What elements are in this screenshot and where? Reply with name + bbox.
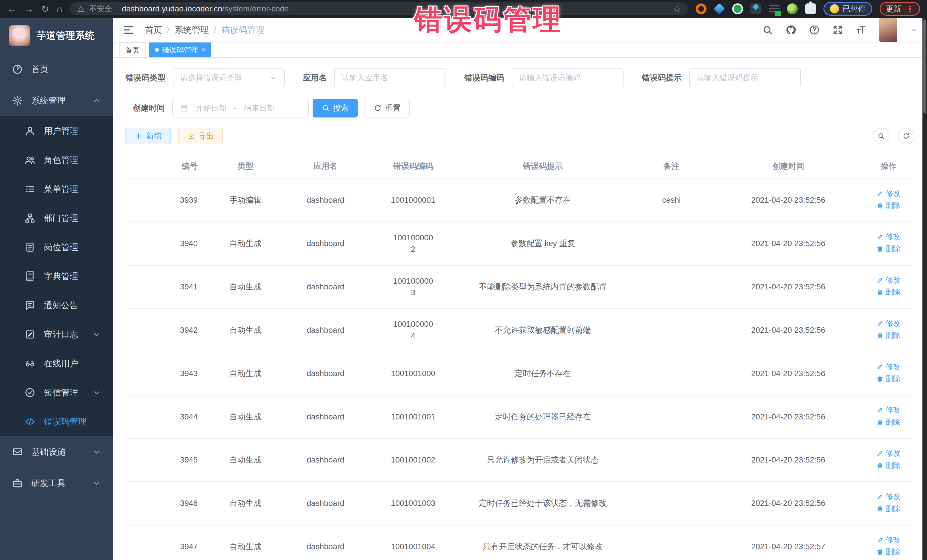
cell-code: 1001001000	[369, 352, 457, 395]
delete-link[interactable]: 删除	[877, 417, 900, 428]
sidebar-item-sms[interactable]: 短信管理	[0, 378, 113, 407]
sidebar-item-notices[interactable]: 通知公告	[0, 291, 113, 320]
url-divider	[117, 5, 117, 13]
browser-menu-icon[interactable]: ⋮	[906, 4, 914, 14]
edit-link[interactable]: 修改	[877, 275, 900, 286]
forward-icon[interactable]: →	[24, 4, 33, 14]
error-code-table: 编号类型应用名错误码编码错误码提示备注创建时间操作 3939手动编辑dashbo…	[126, 154, 915, 560]
puzzle-extension-icon[interactable]	[805, 3, 816, 14]
delete-link[interactable]: 删除	[877, 546, 900, 557]
list-on-extension-icon[interactable]	[769, 3, 780, 14]
edit-link[interactable]: 修改	[877, 405, 900, 416]
tab-错误码管理[interactable]: 错误码管理×	[149, 42, 211, 57]
sidebar-item-menus[interactable]: 菜单管理	[0, 175, 113, 203]
cell-hint: 不能删除类型为系统内置的参数配置	[457, 265, 629, 308]
delete-link[interactable]: 删除	[877, 504, 900, 514]
error-type-label: 错误码类型	[126, 73, 166, 83]
cell-actions: 修改删除	[862, 439, 915, 482]
reset-button[interactable]: 重置	[365, 99, 410, 117]
tab-首页[interactable]: 首页	[119, 42, 146, 57]
bookmark-star-icon[interactable]: ☆	[673, 3, 681, 14]
sidebar-item-users[interactable]: 用户管理	[0, 116, 113, 146]
edit-link[interactable]: 修改	[877, 448, 900, 459]
back-icon[interactable]: ←	[7, 4, 17, 14]
edit-link[interactable]: 修改	[877, 361, 900, 372]
sidebar-item-devtools[interactable]: 研发工具	[0, 467, 113, 499]
delete-link[interactable]: 删除	[877, 330, 900, 341]
add-button[interactable]: 新增	[126, 128, 170, 144]
cell-type: 自动生成	[209, 482, 281, 525]
paused-extension-badge[interactable]: 已暂停	[824, 2, 872, 16]
search-button[interactable]: 搜索	[313, 99, 358, 117]
edit-link[interactable]: 修改	[877, 318, 900, 329]
plus-icon	[135, 132, 143, 140]
help-icon[interactable]	[809, 24, 820, 35]
hamburger-icon[interactable]	[123, 24, 135, 36]
user-avatar[interactable]	[879, 18, 897, 42]
date-range-picker[interactable]: 开始日期 - 结束日期	[172, 99, 308, 117]
delete-link[interactable]: 删除	[877, 373, 900, 384]
font-size-icon[interactable]	[856, 24, 866, 35]
breadcrumb-item[interactable]: 系统管理	[175, 24, 209, 36]
date-start-placeholder: 开始日期	[196, 103, 226, 113]
add-button-label: 新增	[146, 131, 161, 141]
sidebar-item-online-users[interactable]: 在线用户	[0, 349, 113, 378]
cell-app: dashboard	[282, 222, 369, 265]
sidebar-item-posts[interactable]: 岗位管理	[0, 233, 113, 262]
toggle-search-button[interactable]	[873, 128, 889, 144]
sidebar-item-depts[interactable]: 部门管理	[0, 203, 113, 233]
github-icon[interactable]	[786, 24, 796, 35]
breadcrumb-item[interactable]: 首页	[145, 24, 162, 36]
reload-icon[interactable]: ↻	[41, 4, 49, 14]
logo[interactable]: 芋道管理系统	[0, 18, 113, 54]
edit-link[interactable]: 修改	[877, 188, 900, 199]
scrollbar-thumb[interactable]	[923, 20, 926, 114]
sidebar-item-error-codes[interactable]: 错误码管理	[0, 407, 113, 436]
sidebar-item-label: 字典管理	[44, 270, 78, 282]
sidebar-item-dicts[interactable]: 字典管理	[0, 262, 113, 291]
tab-close-icon[interactable]: ×	[201, 47, 205, 53]
orange-ring-extension-icon[interactable]	[696, 3, 707, 14]
error-type-select[interactable]: 请选择错误码类型	[173, 68, 285, 87]
sidebar-item-infra[interactable]: 基础设施	[0, 436, 113, 467]
sidebar-item-home[interactable]: 首页	[0, 54, 113, 85]
delete-link[interactable]: 删除	[877, 200, 900, 211]
blue-grid-extension-icon[interactable]	[751, 3, 761, 14]
browser-scrollbar[interactable]	[922, 18, 927, 560]
app-name-input[interactable]	[334, 68, 446, 87]
delete-link[interactable]: 删除	[877, 460, 900, 471]
fullscreen-icon[interactable]	[832, 24, 843, 35]
edit-link[interactable]: 修改	[877, 491, 900, 502]
green-key-extension-icon[interactable]	[787, 3, 798, 14]
sidebar-item-label: 系统管理	[31, 95, 65, 107]
home-icon[interactable]: ⌂	[57, 4, 63, 14]
cell-app: dashboard	[282, 439, 369, 482]
error-code-input[interactable]	[512, 68, 623, 87]
refresh-table-button[interactable]	[898, 128, 915, 144]
export-button[interactable]: 导出	[178, 128, 223, 144]
sidebar-item-audit-logs[interactable]: 审计日志	[0, 320, 113, 349]
code-icon	[24, 416, 35, 427]
chevron-down-icon[interactable]	[910, 26, 917, 33]
sidebar-item-label: 研发工具	[31, 478, 65, 489]
cell-type: 自动生成	[209, 439, 281, 482]
delete-link[interactable]: 删除	[877, 243, 900, 254]
green-check-extension-icon[interactable]	[732, 3, 743, 14]
sidebar-item-roles[interactable]: 角色管理	[0, 146, 113, 175]
breadcrumb-separator: /	[167, 25, 169, 35]
sidebar-item-system[interactable]: 系统管理	[0, 85, 113, 116]
address-bar[interactable]: ⚠ 不安全 dashboard.yudao.iocoder.cn/system/…	[70, 2, 688, 15]
sidebar-item-label: 用户管理	[44, 125, 78, 137]
toolbar-right	[873, 128, 915, 144]
edit-link[interactable]: 修改	[877, 232, 900, 242]
blue-gem-extension-icon[interactable]	[714, 3, 725, 15]
edit-icon	[877, 320, 883, 327]
edit-link[interactable]: 修改	[877, 535, 900, 545]
error-hint-input[interactable]	[689, 68, 801, 87]
delete-icon	[877, 246, 883, 252]
chrome-update-button[interactable]: 更新 ⋮	[880, 2, 920, 16]
cell-app: dashboard	[282, 482, 369, 525]
table-row: 3946自动生成dashboard1001001003定时任务已经处于该状态，无…	[126, 482, 915, 525]
delete-link[interactable]: 删除	[877, 287, 900, 298]
search-icon[interactable]	[762, 24, 773, 35]
